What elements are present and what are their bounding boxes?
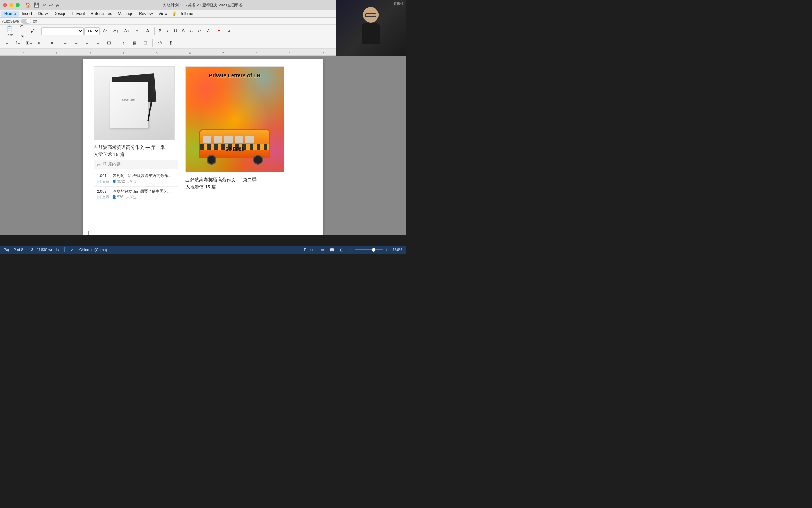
justify-icon[interactable]: ≡ [93,38,103,48]
content-item-views: 👤 3032 人学过 [112,179,137,184]
content-list: 1.001 ｜ 发刊词 《占舒波高考英语高分作... 📄 文章 👤 3032 人… [94,171,178,202]
content-item-meta: 📄 文章 👤 3032 人学过 [97,179,175,184]
view-normal-icon[interactable]: ▭ [320,248,324,252]
ruler-mark: 5 [140,52,173,55]
increase-indent-icon[interactable]: ⇥ [46,38,56,48]
menu-item-review[interactable]: Review [136,11,155,17]
print-icon[interactable]: 🖨 [56,2,60,8]
content-item-views: 👤 5361 人学过 [112,195,137,200]
bold-button[interactable]: B [156,28,164,34]
minimize-traffic-light[interactable] [9,3,13,7]
left-course-title: 占舒波高考英语高分作文 — 第一季文学艺术 15 篇 [94,144,178,158]
webcam-person-head [363,7,379,23]
content-item[interactable]: 1.001 ｜ 发刊词 《占舒波高考英语高分作... 📄 文章 👤 3032 人… [94,171,178,187]
document-area[interactable]: Dear Jim 占舒波高考英语高分作文 — 第一季文学艺术 15 篇 共 17… [0,56,406,235]
focus-button[interactable]: Focus [304,248,315,252]
numbered-list-icon[interactable]: 1≡ [13,38,23,48]
menu-item-references[interactable]: References [88,11,115,17]
menu-item-mailings[interactable]: Mailings [115,11,136,17]
text-shading-icon[interactable]: A [224,26,234,36]
strikethrough-button[interactable]: S [180,28,187,34]
menu-item-insert[interactable]: Insert [19,11,35,17]
bullet-list-icon[interactable]: ≡ [2,38,12,48]
zoom-in-button[interactable]: + [384,247,388,253]
window-title: 灯塔计划 S3 - 英语 20 翌得怪力 2021全国甲卷 [163,2,243,8]
home-icon[interactable]: 🏠 [25,2,31,8]
maximize-traffic-light[interactable] [16,3,20,7]
save-icon[interactable]: 💾 [34,2,39,8]
font-color-icon[interactable]: A [214,26,224,36]
ruler-mark: 1 [7,52,40,55]
font-family-select[interactable] [41,27,84,35]
webcam-live-label: 直播•中 [394,2,404,6]
case-icon[interactable]: Aa [122,26,131,36]
content-item-title: 1.001 ｜ 发刊词 《占舒波高考英语高分作... [97,173,175,179]
borders-icon[interactable]: ⊡ [140,38,150,48]
text-effect-icon[interactable]: A [143,26,153,36]
document-page[interactable]: Dear Jim 占舒波高考英语高分作文 — 第一季文学艺术 15 篇 共 17… [83,59,323,235]
sort-icon[interactable]: ↕A [155,38,165,48]
superscript-button[interactable]: x² [196,28,203,34]
ruler-mark: 3 [74,52,107,55]
show-hide-icon[interactable]: ¶ [166,38,176,48]
menu-item-design[interactable]: Design [50,11,69,17]
ruler-mark: 4 [107,52,140,55]
multilevel-list-icon[interactable]: ⊞≡ [24,38,34,48]
underline-button[interactable]: U [172,28,179,34]
decrease-indent-icon[interactable]: ⇤ [35,38,45,48]
align-right-icon[interactable]: ≡ [82,38,92,48]
bus-label: S2 E001 [225,146,244,152]
content-item[interactable]: 2.002 ｜ 李华的好友 Jim 想要了解中国艺... 📄 文章 👤 5361… [94,187,178,202]
content-item-type: 📄 文章 [97,195,109,200]
format-painter-icon[interactable]: 🖌 [27,26,37,36]
page-corner-mark [88,231,94,235]
menu-item-view[interactable]: View [156,11,171,17]
content-item-title: 2.002 ｜ 李华的好友 Jim 想要了解中国艺... [97,189,175,194]
line-spacing-icon[interactable]: ↕ [118,38,128,48]
italic-button[interactable]: I [164,28,171,34]
right-course-title: 占舒波高考英语高分作文 — 第二季大地游侠 15 篇 [185,176,284,190]
webcam-person-glasses [365,13,376,17]
webcam-person-figure [357,7,385,49]
lightbulb-icon: 💡 [172,11,177,16]
left-column: Dear Jim 占舒波高考英语高分作文 — 第一季文学艺术 15 篇 共 17… [94,66,178,202]
word-count-status[interactable]: 13 of 1830 words [29,248,59,252]
redo-icon[interactable]: ↩ [49,2,53,8]
right-course-image: Private Letters of LH [185,66,284,172]
ruler-mark: 6 [173,52,207,55]
menu-item-draw[interactable]: Draw [35,11,50,17]
undo-icon[interactable]: ↩ [42,2,46,8]
subscript-button[interactable]: x₂ [187,28,195,34]
right-column: Private Letters of LH [185,66,284,202]
highlight-icon[interactable]: A [203,26,213,36]
text-cursor [312,234,312,235]
font-size-select[interactable]: 14 [84,27,100,35]
ruler-mark: 7 [207,52,240,55]
ruler-mark: 9 [273,52,306,55]
zoom-out-button[interactable]: − [349,247,353,253]
course-overlay-title: Private Letters of LH [209,72,261,78]
zoom-slider[interactable] [355,249,383,250]
language-status[interactable]: Chinese (China) [79,248,107,252]
increase-font-icon[interactable]: A↑ [100,26,110,36]
align-center-icon[interactable]: ≡ [71,38,81,48]
page-status[interactable]: Page 2 of 8 [4,248,23,252]
cut-icon[interactable]: ✂ [17,21,27,31]
proofing-icon[interactable]: ✓ [70,248,74,252]
ruler-mark: 2 [40,52,73,55]
status-bar: Page 2 of 8 13 of 1830 words ✓ Chinese (… [0,246,406,254]
autosave-label: AutoSave [2,19,19,23]
menu-item-home[interactable]: Home [1,11,19,17]
menu-item-tellme[interactable]: Tell me [177,11,196,17]
align-left-icon[interactable]: ≡ [60,38,70,48]
view-read-icon[interactable]: 📖 [330,248,334,252]
clear-format-icon[interactable]: ✦ [132,26,142,36]
view-layout-icon[interactable]: ⊞ [340,248,343,252]
shading-icon[interactable]: ▦ [129,38,139,48]
decrease-font-icon[interactable]: A↓ [111,26,121,36]
zoom-percentage[interactable]: 166% [390,248,402,252]
paste-button[interactable]: 📋 Paste [3,26,16,36]
menu-item-layout[interactable]: Layout [69,11,88,17]
close-traffic-light[interactable] [3,3,7,7]
column-layout-icon[interactable]: ⊞ [104,38,114,48]
